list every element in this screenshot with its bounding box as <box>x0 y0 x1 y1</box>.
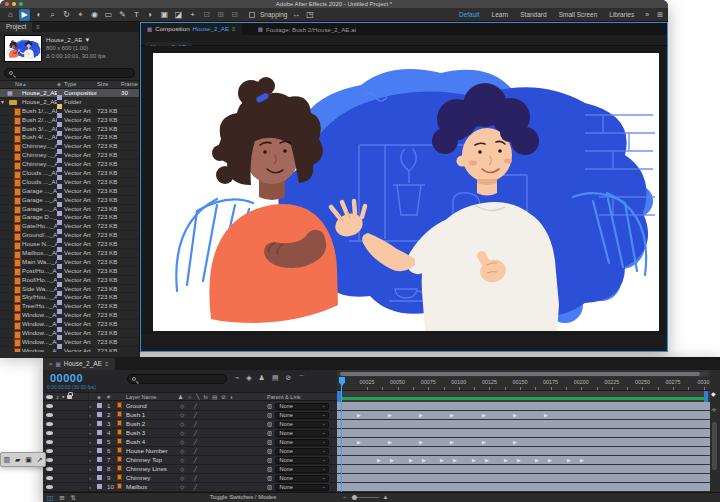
layer-row[interactable]: ›9Chimney◇ ╱◎None⌄ <box>43 474 337 483</box>
keyframe-arrow-icon[interactable]: ▶ <box>440 457 444 463</box>
graph-editor-icon[interactable]: ⌒ <box>298 374 305 384</box>
slate-icon[interactable]: ▥ <box>3 456 10 464</box>
search-workspace-icon[interactable]: ⊞ <box>657 11 663 19</box>
layer-visibility-icon[interactable] <box>46 467 53 471</box>
keyframe-arrow-icon[interactable]: ▶ <box>580 457 584 463</box>
layer-name[interactable]: Chimney <box>126 474 178 482</box>
layer-name[interactable]: Mailbox <box>126 483 178 491</box>
rotation-tool[interactable]: ◉ <box>89 9 100 21</box>
project-row[interactable]: Garage ..._AE.aiVector Art723 KB <box>0 205 139 214</box>
keyframe-arrow-icon[interactable]: ▶ <box>513 412 517 418</box>
project-row[interactable]: House_2_AE LayersFolder <box>0 98 139 107</box>
cursor-icon[interactable]: ↗ <box>37 456 43 464</box>
v-scrollbar-thumb[interactable] <box>712 422 717 470</box>
zoom-tool[interactable]: ⌕ <box>47 9 58 21</box>
pick-whip-icon[interactable]: ◎ <box>267 447 272 455</box>
keyframe-arrow-icon[interactable]: ▶ <box>567 457 571 463</box>
timeline-h-scrollbar[interactable] <box>339 372 708 376</box>
keyframe-arrow-icon[interactable]: ▶ <box>504 457 508 463</box>
workspace-libraries[interactable]: Libraries <box>609 11 634 18</box>
expand-transfer-controls-icon[interactable]: ⊞ <box>59 494 64 502</box>
guides-icon[interactable]: ⊟ <box>229 9 240 21</box>
project-row[interactable]: Window..._AE.aiVector Art723 KB <box>0 320 139 329</box>
layer-visibility-icon[interactable] <box>46 431 53 435</box>
layer-name[interactable]: House Number <box>126 447 178 455</box>
keyframe-arrow-icon[interactable]: ▶ <box>357 439 361 445</box>
quality-col-icon[interactable]: ╲ <box>196 393 199 401</box>
layer-label-chip[interactable] <box>97 430 102 435</box>
pick-whip-icon[interactable]: ◎ <box>267 456 272 464</box>
brush-tool[interactable]: ◗ <box>145 9 156 21</box>
workspace-standard[interactable]: Standard <box>520 11 546 18</box>
parent-dropdown[interactable]: None⌄ <box>275 457 329 464</box>
project-row[interactable]: Mailbox..._AE.aiVector Art723 KB <box>0 249 139 258</box>
workspace-default[interactable]: Default <box>459 11 480 18</box>
floating-mini-toolbar[interactable]: ▥▰▣↗ <box>0 452 46 467</box>
window-titlebar[interactable]: Adobe After Effects 2020 - Untitled Proj… <box>0 0 668 8</box>
keyframe-arrow-icon[interactable]: ▶ <box>450 412 454 418</box>
pen-tool[interactable]: ✎ <box>117 9 128 21</box>
puppet-pin-tool[interactable]: + <box>187 9 198 21</box>
layer-row[interactable]: ›3Bush 2◇ ╱◎None⌄ <box>43 420 337 429</box>
project-row[interactable]: Window..._AE.aiVector Art723 KB <box>0 338 139 347</box>
draft-3d-icon[interactable]: ◈ <box>246 374 251 384</box>
layer-name[interactable]: Chimney Top <box>126 456 178 464</box>
grid-icon[interactable]: ⊞ <box>215 9 226 21</box>
composition-thumbnail[interactable] <box>4 35 42 62</box>
project-row[interactable]: Roof/Ho..._AE.aiVector Art723 KB <box>0 276 139 285</box>
project-row[interactable]: Clouds ..._AE.aiVector Art723 KB <box>0 178 139 187</box>
twirl-icon[interactable]: › <box>89 402 97 410</box>
keyframe-arrow-icon[interactable]: ▶ <box>450 439 454 445</box>
layer-switches[interactable]: ◇ ╱ <box>178 447 253 455</box>
layer-switches[interactable]: ◇ ╱ <box>178 456 253 464</box>
layer-row[interactable]: ›8Chimney Lines◇ ╱◎None⌄ <box>43 465 337 474</box>
layer-switches[interactable]: ◇ ╱ <box>178 411 253 419</box>
project-row[interactable]: Window..._AE.aiVector Art723 KB <box>0 329 139 338</box>
pick-whip-icon[interactable]: ◎ <box>267 402 272 410</box>
pick-whip-icon[interactable]: ◎ <box>267 420 272 428</box>
type-tool[interactable]: T <box>131 9 142 21</box>
twirl-icon[interactable]: › <box>89 447 97 455</box>
project-row[interactable]: Bush 1/..._AE.aiVector Art723 KB <box>0 107 139 116</box>
parent-dropdown[interactable]: None⌄ <box>275 484 329 491</box>
project-row[interactable]: House N..._AE.aiVector Art723 KB <box>0 240 139 249</box>
project-columns-header[interactable]: Name ▲ ◆ Type Size Frame <box>0 80 139 89</box>
layer-label-chip[interactable] <box>97 403 102 408</box>
pick-whip-icon[interactable]: ◎ <box>267 429 272 437</box>
project-row[interactable]: Bush 2/..._AE.aiVector Art723 KB <box>0 116 139 125</box>
parent-dropdown[interactable]: None⌄ <box>275 421 329 428</box>
twirl-icon[interactable]: › <box>89 420 97 428</box>
fx-col-icon[interactable]: fx <box>204 393 208 401</box>
snapping-checkbox[interactable] <box>249 12 255 18</box>
layer-duration-bar[interactable]: ▶▶▶▶▶▶ <box>337 438 710 446</box>
keyframe-arrow-icon[interactable]: ▶ <box>377 457 381 463</box>
toggle-switches-modes-button[interactable]: Toggle Switches / Modes <box>193 494 293 500</box>
workspace-small-screen[interactable]: Small Screen <box>559 11 598 18</box>
home-tool[interactable]: ⌂ <box>5 9 16 21</box>
project-row[interactable]: Main Wa..._AE.aiVector Art723 KB <box>0 258 139 267</box>
layer-visibility-icon[interactable] <box>46 485 53 489</box>
layer-duration-bar[interactable] <box>337 420 710 428</box>
keyframe-arrow-icon[interactable]: ▶ <box>388 412 392 418</box>
timeline-search-input[interactable] <box>127 374 227 384</box>
keyframe-arrow-icon[interactable]: ▶ <box>419 412 423 418</box>
layer-switches[interactable]: ◇ ╱ <box>178 420 253 428</box>
project-row[interactable]: House_2_AEComposition30 <box>0 89 139 98</box>
keyframe-arrow-icon[interactable]: ▶ <box>388 439 392 445</box>
pick-whip-icon[interactable]: ◎ <box>267 474 272 482</box>
layer-name[interactable]: Bush 2 <box>126 420 178 428</box>
current-time-field[interactable]: 00000 <box>50 372 83 384</box>
twirl-icon[interactable]: › <box>89 483 97 491</box>
parent-dropdown[interactable]: None⌄ <box>275 412 329 419</box>
layer-switches[interactable]: ◇ ╱ <box>178 465 253 473</box>
tab-timeline-comp[interactable]: × ▦ House_2_AE ≡ <box>43 358 115 370</box>
twirl-icon[interactable]: › <box>89 438 97 446</box>
project-row[interactable]: Sky/Hou..._AE.aiVector Art723 KB <box>0 293 139 302</box>
layer-switches[interactable]: ◇ ╱ <box>178 474 253 482</box>
snap-angle-icon[interactable]: ↔ <box>290 9 301 21</box>
layer-row[interactable]: ›4Bush 3◇ ╱◎None⌄ <box>43 429 337 438</box>
shape-tool[interactable]: ▭ <box>103 9 114 21</box>
project-row[interactable]: Bush 3/..._AE.aiVector Art723 KB <box>0 125 139 134</box>
comp-button-icon[interactable]: ✛ <box>712 406 717 413</box>
keyframe-arrow-icon[interactable]: ▶ <box>517 457 521 463</box>
